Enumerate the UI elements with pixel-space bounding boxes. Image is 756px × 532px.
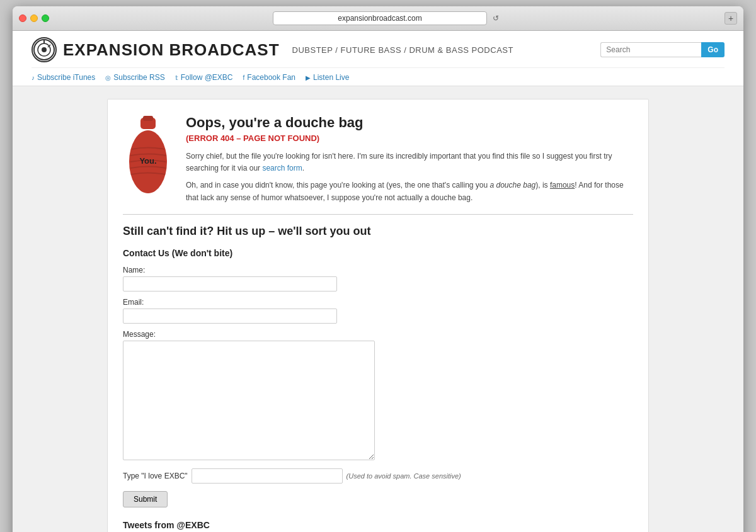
email-label: Email: [123,298,633,307]
logo-area: EXPANSION BROADCAST DUBSTEP / FUTURE BAS… [32,37,513,62]
tweets-heading: Tweets from @EXBC [123,520,633,530]
error-description-1: Sorry chief, but the file you're looking… [186,150,633,174]
section-divider-1 [123,214,633,215]
traffic-lights [19,14,49,22]
search-button[interactable]: Go [701,42,724,57]
nav-label-listen: Listen Live [313,73,349,82]
section-heading: Still can't find it? Hit us up – we'll s… [123,225,633,238]
new-tab-button[interactable]: + [724,12,737,25]
error-area: You. Oops, you're a douche bag (ERROR 40… [123,115,633,204]
header-top: EXPANSION BROADCAST DUBSTEP / FUTURE BAS… [32,37,724,67]
minimize-button[interactable] [30,14,38,22]
site-logo-icon [32,37,57,62]
search-input[interactable] [600,42,701,57]
message-label: Message: [123,330,633,339]
message-textarea[interactable] [123,341,375,460]
nav-bar: ♪ Subscribe iTunes ◎ Subscribe RSS 𝕥 Fol… [32,67,724,86]
spam-input[interactable] [192,468,343,484]
nav-follow-twitter[interactable]: 𝕥 Follow @EXBC [175,73,233,86]
site-name: EXPANSION BROADCAST [63,40,280,60]
search-area: Go [600,42,724,57]
nav-subscribe-rss[interactable]: ◎ Subscribe RSS [105,73,164,86]
play-icon: ▶ [306,74,311,81]
spam-label: Type "I love EXBC" [123,472,188,480]
rss-icon: ◎ [105,74,111,81]
error-code: (ERROR 404 – PAGE NOT FOUND) [186,133,633,143]
tweets-section: Tweets from @EXBC Follow @EXBC on Twitte… [123,520,633,532]
contact-title: Contact Us (We don't bite) [123,248,633,258]
svg-point-2 [42,47,47,52]
content-box: You. Oops, you're a douche bag (ERROR 40… [107,99,649,532]
nav-label-itunes: Subscribe iTunes [37,73,95,82]
twitter-icon: 𝕥 [175,74,178,81]
nav-label-facebook: Facebook Fan [247,73,295,82]
error-description-2: Oh, and in case you didn't know, this pa… [186,179,633,203]
error-text-area: Oops, you're a douche bag (ERROR 404 – P… [186,115,633,204]
nav-label-rss: Subscribe RSS [113,73,164,82]
name-label: Name: [123,266,633,274]
spam-hint: (Used to avoid spam. Case sensitive) [346,472,461,480]
browser-window: expansionbroadcast.com ↺ + [13,6,743,532]
hotwater-bottle-image: You. [123,115,173,204]
submit-button[interactable]: Submit [123,491,168,507]
itunes-icon: ♪ [32,74,35,81]
nav-label-twitter: Follow @EXBC [181,73,233,82]
main-content: You. Oops, you're a douche bag (ERROR 40… [94,86,662,532]
browser-chrome: expansionbroadcast.com ↺ + [13,6,743,31]
contact-form: Name: Email: Message: Type "I love EXBC" [123,266,633,507]
email-field-group: Email: [123,298,633,324]
email-input[interactable] [123,308,337,324]
maximize-button[interactable] [42,14,49,22]
address-bar-wrap: expansionbroadcast.com ↺ [54,11,719,25]
nav-listen-live[interactable]: ▶ Listen Live [306,73,349,86]
svg-text:You.: You. [139,156,156,166]
facebook-icon: f [243,74,245,81]
name-input[interactable] [123,276,337,291]
nav-facebook[interactable]: f Facebook Fan [243,73,296,86]
spam-row: Type "I love EXBC" (Used to avoid spam. … [123,468,633,484]
message-field-group: Message: [123,330,633,462]
svg-rect-6 [143,116,153,121]
reload-button[interactable]: ↺ [491,13,501,23]
site-header: EXPANSION BROADCAST DUBSTEP / FUTURE BAS… [13,31,743,86]
nav-subscribe-itunes[interactable]: ♪ Subscribe iTunes [32,73,95,86]
site-tagline: DUBSTEP / FUTURE BASS / DRUM & BASS PODC… [292,45,513,55]
close-button[interactable] [19,14,26,22]
error-title: Oops, you're a douche bag [186,115,633,131]
search-form-link[interactable]: search form [262,164,302,173]
name-field-group: Name: [123,266,633,291]
address-bar[interactable]: expansionbroadcast.com [273,11,487,25]
page-content: EXPANSION BROADCAST DUBSTEP / FUTURE BAS… [13,31,743,532]
